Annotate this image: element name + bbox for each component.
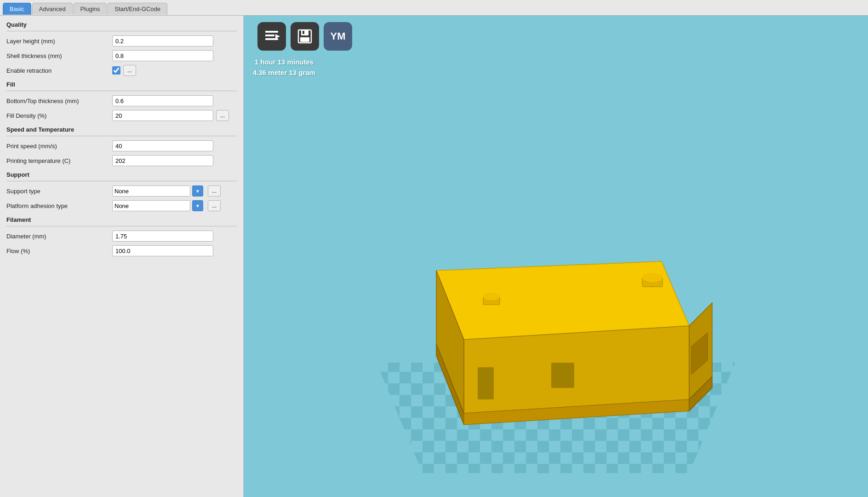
flow-input[interactable] <box>112 245 213 256</box>
ym-icon[interactable]: YM <box>324 22 352 51</box>
platform-adhesion-dropdown-wrapper: None Brim Raft ▼ ... <box>112 200 221 211</box>
save-icon[interactable] <box>291 22 319 51</box>
speed-temp-section: Speed and Temperature Print speed (mm/s)… <box>6 126 237 167</box>
print-time: 1 hour 13 minutes <box>253 57 315 68</box>
bottom-top-thickness-row: Bottom/Top thickness (mm) <box>6 95 237 107</box>
diameter-input[interactable] <box>112 231 213 242</box>
filament-title: Filament <box>6 216 237 223</box>
print-temp-row: Printing temperature (C) <box>6 155 237 167</box>
support-type-select[interactable]: None Touching buildplate Everywhere <box>112 185 190 196</box>
svg-marker-2 <box>275 34 280 39</box>
shell-thickness-label: Shell thickness (mm) <box>6 52 112 59</box>
bottom-top-thickness-label: Bottom/Top thickness (mm) <box>6 98 112 104</box>
fill-density-dots-button[interactable]: ... <box>216 110 229 121</box>
platform-adhesion-arrow-button[interactable]: ▼ <box>192 200 203 211</box>
slice-icon[interactable] <box>257 22 286 51</box>
platform-adhesion-select[interactable]: None Brim Raft <box>112 200 190 211</box>
fill-title: Fill <box>6 81 237 88</box>
print-material: 4.36 meter 13 gram <box>253 68 315 78</box>
svg-rect-1 <box>265 35 274 36</box>
speed-temp-title: Speed and Temperature <box>6 126 237 133</box>
diameter-label: Diameter (mm) <box>6 233 112 240</box>
fill-density-input[interactable] <box>112 110 213 121</box>
support-type-label: Support type <box>6 188 112 195</box>
support-section: Support Support type None Touching build… <box>6 171 237 212</box>
support-type-dropdown-wrapper: None Touching buildplate Everywhere ▼ ..… <box>112 185 221 196</box>
print-temp-input[interactable] <box>112 155 213 166</box>
tab-bar: Basic Advanced Plugins Start/End-GCode <box>0 0 868 16</box>
main-layout: Quality Layer height (mm) Shell thicknes… <box>0 16 868 497</box>
svg-rect-0 <box>265 31 278 33</box>
flow-row: Flow (%) <box>6 245 237 257</box>
quality-section: Quality Layer height (mm) Shell thicknes… <box>6 21 237 76</box>
svg-marker-13 <box>464 326 689 413</box>
enable-retraction-label: Enable retraction <box>6 67 112 74</box>
layer-height-input[interactable] <box>112 35 213 46</box>
toolbar-icons: YM <box>257 22 352 51</box>
diameter-row: Diameter (mm) <box>6 230 237 242</box>
bottom-top-thickness-input[interactable] <box>112 95 213 106</box>
tab-plugins[interactable]: Plugins <box>74 3 107 15</box>
tab-basic[interactable]: Basic <box>3 3 31 15</box>
support-type-arrow-button[interactable]: ▼ <box>192 185 203 196</box>
svg-rect-5 <box>301 30 308 35</box>
enable-retraction-checkbox[interactable] <box>112 66 120 75</box>
svg-rect-23 <box>478 367 494 399</box>
left-panel: Quality Layer height (mm) Shell thicknes… <box>0 16 244 497</box>
platform-adhesion-label: Platform adhesion type <box>6 202 112 209</box>
platform-adhesion-row: Platform adhesion type None Brim Raft ▼ … <box>6 200 237 212</box>
support-type-row: Support type None Touching buildplate Ev… <box>6 185 237 197</box>
fill-density-label: Fill Density (%) <box>6 112 112 119</box>
quality-title: Quality <box>6 21 237 28</box>
svg-rect-22 <box>551 363 574 388</box>
layer-height-label: Layer height (mm) <box>6 38 112 45</box>
filament-section: Filament Diameter (mm) Flow (%) <box>6 216 237 257</box>
fill-density-row: Fill Density (%) ... <box>6 110 237 121</box>
3d-model <box>377 234 735 473</box>
shell-thickness-row: Shell thickness (mm) <box>6 50 237 62</box>
print-speed-label: Print speed (mm/s) <box>6 143 112 150</box>
tab-advanced[interactable]: Advanced <box>32 3 73 15</box>
svg-rect-6 <box>300 37 309 42</box>
svg-point-18 <box>642 273 662 282</box>
shell-thickness-input[interactable] <box>112 50 213 61</box>
support-type-dots-button[interactable]: ... <box>208 185 221 196</box>
print-temp-label: Printing temperature (C) <box>6 157 112 164</box>
fill-section: Fill Bottom/Top thickness (mm) Fill Dens… <box>6 81 237 121</box>
viewport[interactable]: YM 1 hour 13 minutes 4.36 meter 13 gram <box>244 16 868 497</box>
retraction-dots-button[interactable]: ... <box>123 65 136 76</box>
svg-rect-7 <box>303 31 304 34</box>
layer-height-row: Layer height (mm) <box>6 35 237 47</box>
support-title: Support <box>6 171 237 178</box>
print-info: 1 hour 13 minutes 4.36 meter 13 gram <box>253 57 315 78</box>
svg-point-21 <box>483 293 500 300</box>
flow-label: Flow (%) <box>6 248 112 254</box>
print-speed-input[interactable] <box>112 140 213 151</box>
svg-rect-3 <box>265 38 278 40</box>
print-speed-row: Print speed (mm/s) <box>6 140 237 152</box>
tab-start-end-gcode[interactable]: Start/End-GCode <box>108 3 167 15</box>
enable-retraction-row: Enable retraction ... <box>6 64 237 76</box>
platform-adhesion-dots-button[interactable]: ... <box>208 200 221 211</box>
